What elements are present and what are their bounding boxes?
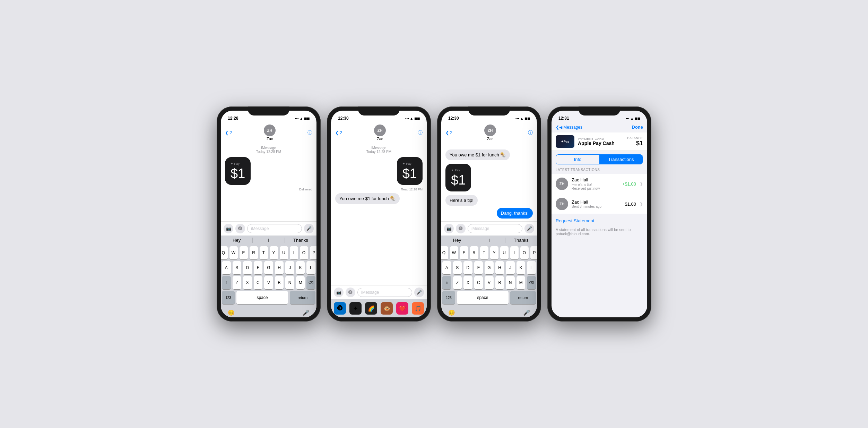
info-button-3[interactable]: ⓘ [528,130,533,136]
emoji-icon-1[interactable]: 😊 [228,309,235,316]
done-button[interactable]: Done [632,125,643,130]
key-x-3[interactable]: X [463,276,472,289]
key-h-1[interactable]: H [275,261,284,274]
key-p-3[interactable]: P [530,246,537,259]
key-l-1[interactable]: L [306,261,315,274]
key-n-3[interactable]: N [506,276,515,289]
key-s-3[interactable]: S [453,261,462,274]
key-g-3[interactable]: G [485,261,494,274]
key-s-1[interactable]: S [233,261,242,274]
appstore-icon[interactable]: 🅐 [334,302,346,315]
emoji-icon-3[interactable]: 😊 [448,309,455,316]
message-input-1[interactable]: iMessage [247,224,302,233]
key-v-1[interactable]: V [264,276,273,289]
key-f-1[interactable]: F [254,261,263,274]
predictive-thanks-3[interactable]: Thanks [505,238,537,243]
key-i-1[interactable]: I [290,246,298,259]
key-shift-3[interactable]: ⇧ [442,276,451,289]
key-i-3[interactable]: I [510,246,519,259]
transaction-item-0[interactable]: ZH Zac Hall Here's a tip! Received just … [552,174,647,194]
applepay-bubble-3[interactable]: ✦ Pay $1 [445,164,471,191]
key-return-1[interactable]: return [290,291,315,304]
key-c-1[interactable]: C [254,276,263,289]
heart-icon[interactable]: ❤️ [396,302,408,315]
key-k-3[interactable]: K [517,261,526,274]
key-r-1[interactable]: R [250,246,258,259]
request-statement[interactable]: Request Statement [552,214,647,228]
key-e-3[interactable]: E [460,246,468,259]
key-p-1[interactable]: P [310,246,317,259]
key-k-1[interactable]: K [296,261,305,274]
key-m-3[interactable]: M [517,276,526,289]
key-shift-1[interactable]: ⇧ [222,276,231,289]
key-y-3[interactable]: Y [490,246,498,259]
music-icon[interactable]: 🎵 [412,302,424,315]
key-del-1[interactable]: ⌫ [306,276,315,289]
key-r-3[interactable]: R [470,246,478,259]
key-w-1[interactable]: W [229,246,238,259]
key-b-1[interactable]: B [275,276,284,289]
predictive-i-1[interactable]: I [253,238,285,243]
predictive-hey-1[interactable]: Hey [221,238,253,243]
app-icon-3[interactable]: 🅐 [456,224,466,233]
transaction-item-1[interactable]: ZH Zac Hall Sent 3 minutes ago $1.00 ❯ [552,194,647,214]
key-u-1[interactable]: U [280,246,288,259]
mic-icon-1[interactable]: 🎤 [304,224,314,233]
key-d-3[interactable]: D [463,261,472,274]
back-button-3[interactable]: ❮ 2 [445,130,452,135]
animoji-icon[interactable]: 🐵 [381,302,393,315]
key-z-1[interactable]: Z [233,276,242,289]
key-space-3[interactable]: space [457,291,509,304]
key-del-3[interactable]: ⌫ [527,276,536,289]
tip-bubble-3[interactable]: Here's a tip! [445,195,478,206]
mic-icon-3[interactable]: 🎤 [524,224,534,233]
key-m-1[interactable]: M [296,276,305,289]
key-x-1[interactable]: X [243,276,252,289]
message-input-3[interactable]: iMessage [468,224,522,233]
key-j-3[interactable]: J [506,261,515,274]
camera-icon-2[interactable]: 📷 [334,288,344,297]
you-owe-bubble-3[interactable]: You owe me $1 for lunch 🌯 [445,149,510,160]
applepay-bubble-2[interactable]: ✦ Pay $1 [397,157,423,185]
key-o-1[interactable]: O [300,246,308,259]
tab-info[interactable]: Info [556,155,599,164]
app-icon-1[interactable]: 🅐 [235,224,245,233]
key-e-1[interactable]: E [240,246,248,259]
key-t-1[interactable]: T [260,246,268,259]
key-a-1[interactable]: A [222,261,231,274]
mic-icon-2[interactable]: 🎤 [414,288,424,297]
key-w-3[interactable]: W [450,246,458,259]
memoji-icon[interactable]: 🌈 [365,302,377,315]
info-button-1[interactable]: ⓘ [307,130,312,136]
message-bubble-2[interactable]: You owe me $1 for lunch 🌯 [335,193,400,204]
key-h-3[interactable]: H [495,261,504,274]
key-j-1[interactable]: J [285,261,294,274]
key-z-3[interactable]: Z [453,276,462,289]
info-button-2[interactable]: ⓘ [418,130,423,136]
key-c-3[interactable]: C [474,276,483,289]
key-space-1[interactable]: space [236,291,288,304]
back-messages-button[interactable]: ❮ ◀ Messages [556,125,582,130]
key-l-3[interactable]: L [527,261,536,274]
key-return-3[interactable]: return [510,291,536,304]
key-123-1[interactable]: 123 [222,291,235,304]
key-v-3[interactable]: V [485,276,494,289]
key-n-1[interactable]: N [285,276,294,289]
camera-icon-1[interactable]: 📷 [224,224,233,233]
key-q-3[interactable]: Q [441,246,448,259]
thanks-bubble-3[interactable]: Dang, thanks! [497,208,533,219]
applepay-icon[interactable]: ✦ [349,302,362,315]
predictive-hey-3[interactable]: Hey [441,238,473,243]
key-d-1[interactable]: D [243,261,252,274]
applepay-bubble-1[interactable]: ✦ Pay $1 [225,157,251,185]
predictive-i-3[interactable]: I [473,238,505,243]
key-o-3[interactable]: O [520,246,529,259]
key-123-3[interactable]: 123 [442,291,455,304]
app-icon-2[interactable]: 🅐 [346,288,355,297]
tab-transactions[interactable]: Transactions [599,155,643,164]
back-button-1[interactable]: ❮ 2 [225,130,232,135]
back-button-2[interactable]: ❮ 2 [335,130,342,135]
mic-bottom-icon-3[interactable]: 🎤 [523,309,530,316]
key-g-1[interactable]: G [264,261,273,274]
predictive-thanks-1[interactable]: Thanks [285,238,316,243]
